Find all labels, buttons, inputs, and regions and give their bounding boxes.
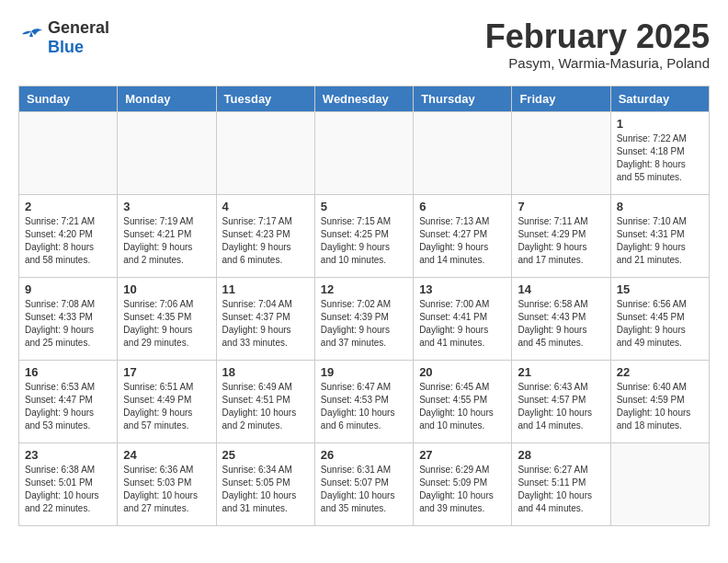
calendar-day-cell xyxy=(414,111,512,194)
day-number: 19 xyxy=(321,365,407,379)
day-number: 12 xyxy=(321,282,407,296)
day-number: 27 xyxy=(419,448,506,462)
day-info: Sunrise: 7:08 AM Sunset: 4:33 PM Dayligh… xyxy=(25,298,111,350)
day-number: 1 xyxy=(617,117,703,131)
day-info: Sunrise: 6:40 AM Sunset: 4:59 PM Dayligh… xyxy=(617,381,703,432)
weekday-header: Monday xyxy=(118,86,216,111)
calendar-week-row: 23Sunrise: 6:38 AM Sunset: 5:01 PM Dayli… xyxy=(19,442,710,525)
day-info: Sunrise: 7:06 AM Sunset: 4:35 PM Dayligh… xyxy=(123,298,210,350)
calendar-day-cell: 24Sunrise: 6:36 AM Sunset: 5:03 PM Dayli… xyxy=(118,442,216,525)
day-number: 20 xyxy=(419,365,506,379)
calendar-week-row: 2Sunrise: 7:21 AM Sunset: 4:20 PM Daylig… xyxy=(19,194,710,277)
day-info: Sunrise: 6:47 AM Sunset: 4:53 PM Dayligh… xyxy=(321,381,407,432)
day-info: Sunrise: 6:58 AM Sunset: 4:43 PM Dayligh… xyxy=(518,298,604,350)
calendar-day-cell: 22Sunrise: 6:40 AM Sunset: 4:59 PM Dayli… xyxy=(610,360,709,442)
weekday-header: Thursday xyxy=(414,86,512,111)
day-number: 24 xyxy=(123,448,210,462)
day-info: Sunrise: 6:31 AM Sunset: 5:07 PM Dayligh… xyxy=(321,464,407,515)
day-info: Sunrise: 6:45 AM Sunset: 4:55 PM Dayligh… xyxy=(419,381,506,432)
day-info: Sunrise: 6:49 AM Sunset: 4:51 PM Dayligh… xyxy=(222,381,309,432)
calendar-day-cell xyxy=(19,111,118,194)
day-info: Sunrise: 7:19 AM Sunset: 4:21 PM Dayligh… xyxy=(123,215,210,267)
weekday-header: Tuesday xyxy=(216,86,314,111)
calendar-day-cell: 2Sunrise: 7:21 AM Sunset: 4:20 PM Daylig… xyxy=(19,194,118,277)
day-info: Sunrise: 7:00 AM Sunset: 4:41 PM Dayligh… xyxy=(419,298,506,350)
day-number: 22 xyxy=(617,365,703,379)
weekday-header: Sunday xyxy=(19,86,118,111)
day-info: Sunrise: 7:21 AM Sunset: 4:20 PM Dayligh… xyxy=(25,215,111,267)
calendar-header-row: SundayMondayTuesdayWednesdayThursdayFrid… xyxy=(19,86,710,111)
calendar-week-row: 1Sunrise: 7:22 AM Sunset: 4:18 PM Daylig… xyxy=(19,111,710,194)
logo-text: General Blue xyxy=(48,18,109,57)
location-subtitle: Pasym, Warmia-Masuria, Poland xyxy=(485,55,710,71)
logo-bird-icon xyxy=(18,28,44,48)
calendar-day-cell: 8Sunrise: 7:10 AM Sunset: 4:31 PM Daylig… xyxy=(610,194,709,277)
day-info: Sunrise: 6:38 AM Sunset: 5:01 PM Dayligh… xyxy=(25,464,111,515)
month-year-title: February 2025 xyxy=(485,18,710,55)
calendar-day-cell: 19Sunrise: 6:47 AM Sunset: 4:53 PM Dayli… xyxy=(314,360,413,442)
calendar-day-cell: 7Sunrise: 7:11 AM Sunset: 4:29 PM Daylig… xyxy=(512,194,610,277)
calendar-day-cell: 13Sunrise: 7:00 AM Sunset: 4:41 PM Dayli… xyxy=(414,277,512,360)
day-number: 7 xyxy=(518,200,604,213)
day-info: Sunrise: 7:10 AM Sunset: 4:31 PM Dayligh… xyxy=(617,215,703,267)
day-info: Sunrise: 7:04 AM Sunset: 4:37 PM Dayligh… xyxy=(222,298,309,350)
calendar-day-cell xyxy=(314,111,413,194)
day-number: 23 xyxy=(25,448,111,462)
day-number: 5 xyxy=(321,200,407,213)
day-info: Sunrise: 7:17 AM Sunset: 4:23 PM Dayligh… xyxy=(222,215,309,267)
calendar-day-cell: 1Sunrise: 7:22 AM Sunset: 4:18 PM Daylig… xyxy=(610,111,709,194)
calendar-day-cell: 14Sunrise: 6:58 AM Sunset: 4:43 PM Dayli… xyxy=(512,277,610,360)
calendar-day-cell: 28Sunrise: 6:27 AM Sunset: 5:11 PM Dayli… xyxy=(512,442,610,525)
title-section: February 2025 Pasym, Warmia-Masuria, Pol… xyxy=(485,18,710,71)
calendar-table: SundayMondayTuesdayWednesdayThursdayFrid… xyxy=(18,86,710,526)
calendar-day-cell: 9Sunrise: 7:08 AM Sunset: 4:33 PM Daylig… xyxy=(19,277,118,360)
day-info: Sunrise: 6:51 AM Sunset: 4:49 PM Dayligh… xyxy=(123,381,210,432)
day-info: Sunrise: 7:11 AM Sunset: 4:29 PM Dayligh… xyxy=(518,215,604,267)
day-info: Sunrise: 6:56 AM Sunset: 4:45 PM Dayligh… xyxy=(617,298,703,350)
day-number: 2 xyxy=(25,200,111,213)
calendar-day-cell: 17Sunrise: 6:51 AM Sunset: 4:49 PM Dayli… xyxy=(118,360,216,442)
calendar-day-cell xyxy=(512,111,610,194)
calendar-day-cell: 10Sunrise: 7:06 AM Sunset: 4:35 PM Dayli… xyxy=(118,277,216,360)
weekday-header: Wednesday xyxy=(314,86,413,111)
day-number: 28 xyxy=(518,448,604,462)
calendar-day-cell xyxy=(610,442,709,525)
calendar-day-cell: 16Sunrise: 6:53 AM Sunset: 4:47 PM Dayli… xyxy=(19,360,118,442)
calendar-day-cell: 20Sunrise: 6:45 AM Sunset: 4:55 PM Dayli… xyxy=(414,360,512,442)
day-number: 9 xyxy=(25,282,111,296)
day-number: 14 xyxy=(518,282,604,296)
calendar-day-cell xyxy=(118,111,216,194)
day-info: Sunrise: 7:22 AM Sunset: 4:18 PM Dayligh… xyxy=(617,132,703,184)
day-info: Sunrise: 6:53 AM Sunset: 4:47 PM Dayligh… xyxy=(25,381,111,432)
day-number: 21 xyxy=(518,365,604,379)
calendar-day-cell xyxy=(216,111,314,194)
calendar-day-cell: 5Sunrise: 7:15 AM Sunset: 4:25 PM Daylig… xyxy=(314,194,413,277)
day-info: Sunrise: 6:43 AM Sunset: 4:57 PM Dayligh… xyxy=(518,381,604,432)
day-number: 11 xyxy=(222,282,309,296)
calendar-week-row: 16Sunrise: 6:53 AM Sunset: 4:47 PM Dayli… xyxy=(19,360,710,442)
day-number: 4 xyxy=(222,200,309,213)
calendar-day-cell: 25Sunrise: 6:34 AM Sunset: 5:05 PM Dayli… xyxy=(216,442,314,525)
day-number: 16 xyxy=(25,365,111,379)
day-info: Sunrise: 6:36 AM Sunset: 5:03 PM Dayligh… xyxy=(123,464,210,515)
day-number: 17 xyxy=(123,365,210,379)
day-number: 25 xyxy=(222,448,309,462)
day-info: Sunrise: 7:13 AM Sunset: 4:27 PM Dayligh… xyxy=(419,215,506,267)
calendar-day-cell: 18Sunrise: 6:49 AM Sunset: 4:51 PM Dayli… xyxy=(216,360,314,442)
calendar-day-cell: 21Sunrise: 6:43 AM Sunset: 4:57 PM Dayli… xyxy=(512,360,610,442)
calendar-day-cell: 4Sunrise: 7:17 AM Sunset: 4:23 PM Daylig… xyxy=(216,194,314,277)
day-info: Sunrise: 7:15 AM Sunset: 4:25 PM Dayligh… xyxy=(321,215,407,267)
day-info: Sunrise: 7:02 AM Sunset: 4:39 PM Dayligh… xyxy=(321,298,407,350)
calendar-day-cell: 12Sunrise: 7:02 AM Sunset: 4:39 PM Dayli… xyxy=(314,277,413,360)
day-number: 10 xyxy=(123,282,210,296)
day-info: Sunrise: 6:29 AM Sunset: 5:09 PM Dayligh… xyxy=(419,464,506,515)
calendar-day-cell: 15Sunrise: 6:56 AM Sunset: 4:45 PM Dayli… xyxy=(610,277,709,360)
weekday-header: Saturday xyxy=(610,86,709,111)
logo-general: General xyxy=(48,18,109,37)
day-number: 26 xyxy=(321,448,407,462)
calendar-week-row: 9Sunrise: 7:08 AM Sunset: 4:33 PM Daylig… xyxy=(19,277,710,360)
calendar-day-cell: 23Sunrise: 6:38 AM Sunset: 5:01 PM Dayli… xyxy=(19,442,118,525)
day-number: 13 xyxy=(419,282,506,296)
day-number: 8 xyxy=(617,200,703,213)
calendar-day-cell: 3Sunrise: 7:19 AM Sunset: 4:21 PM Daylig… xyxy=(118,194,216,277)
